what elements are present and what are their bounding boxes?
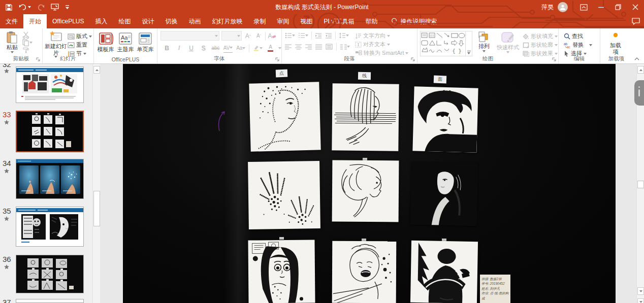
align-center-button[interactable] [295,44,302,50]
slideshow-icon[interactable] [51,4,59,11]
cut-icon[interactable] [22,31,33,39]
clipboard-dialog-launcher-icon[interactable] [36,57,41,62]
new-slide-button[interactable]: 新建幻灯片 [44,30,68,58]
decrease-indent-button[interactable] [315,32,322,39]
tab-record[interactable]: 录制 [248,14,271,28]
scroll-up-button[interactable] [93,66,100,74]
shape-fill-button[interactable]: 形状填充 [523,32,558,41]
user-name[interactable]: 萍昊 [541,3,554,12]
tab-transitions[interactable]: 切换 [159,14,183,28]
highlight-color-button[interactable] [253,43,263,53]
font-name-combobox[interactable] [160,31,219,41]
grow-font-button[interactable]: A^ [244,31,252,41]
addins-button[interactable]: 加载项 [600,30,631,55]
slide-thumbnail-34[interactable] [16,159,84,199]
tell-me-search[interactable]: 操作说明搜索 [391,14,437,28]
side-panel-handle[interactable] [634,80,644,106]
increase-indent-button[interactable] [325,32,332,39]
comment-icon[interactable] [632,18,640,25]
tab-animations[interactable]: 动画 [183,14,206,28]
italic-button[interactable]: I [175,43,183,53]
shapes-more-button[interactable] [465,31,472,56]
slide-thumbnail-36[interactable] [16,255,84,293]
tab-pdf-tools[interactable]: PDF工具箱 [318,14,360,28]
close-button[interactable] [627,0,644,14]
paragraph-dialog-launcher-icon[interactable] [411,57,415,62]
scrollbar-thumb[interactable] [637,181,644,188]
svg-text:}: } [458,48,462,54]
collapse-ribbon-icon[interactable] [633,55,641,61]
lightbulb-icon [391,18,397,25]
bullets-button[interactable] [285,32,295,39]
align-left-button[interactable] [285,44,292,50]
shape-outline-button[interactable]: 形状轮廓 [523,41,558,49]
undo-dropdown-icon[interactable] [28,6,31,8]
page-library-button[interactable]: 单页库 [137,31,154,53]
template-library-button[interactable]: 模板库 [98,31,114,53]
text-shadow-button[interactable]: S [199,43,208,53]
tab-file[interactable]: 文件 [0,14,23,28]
tab-insert[interactable]: 插入 [89,14,113,28]
arrange-button[interactable]: 排列 [475,30,493,58]
redo-icon[interactable] [37,4,45,11]
scroll-down-button[interactable] [637,287,644,295]
drawing-group-label: 绘图 [417,55,558,62]
distribute-button[interactable] [326,44,333,50]
tab-draw[interactable]: 绘图 [113,14,136,28]
scroll-up-button[interactable] [637,66,644,74]
align-right-button[interactable] [305,44,312,50]
tab-home[interactable]: 开始 [23,14,47,28]
tab-officeplus[interactable]: OfficePLUS [47,14,89,28]
undo-icon[interactable] [19,4,31,11]
tab-review[interactable]: 审阅 [271,14,295,28]
svg-text:{: { [452,48,456,54]
numbering-button[interactable] [298,32,308,39]
change-case-button[interactable]: Aa [236,43,245,53]
scrollbar-thumb[interactable] [93,191,100,226]
paste-button[interactable]: 粘贴 [2,30,22,53]
customize-qat-icon[interactable] [65,5,70,10]
shrink-font-button[interactable]: Aˇ [254,31,263,41]
slide-thumbnail-35[interactable] [16,207,84,247]
justify-button[interactable] [315,44,322,50]
ribbon-display-options-icon[interactable] [575,0,592,14]
strikethrough-button[interactable]: abc [211,43,220,53]
underline-button[interactable]: U [187,43,196,53]
restore-button[interactable] [609,0,627,14]
quick-styles-button[interactable]: 快速样式 [496,30,520,58]
slide-editing-canvas[interactable]: 点 线 面 [123,64,616,303]
tab-design[interactable]: 设计 [136,14,159,28]
copy-icon[interactable] [22,39,33,46]
shapes-gallery[interactable]: { } [420,31,472,56]
thumbnail-scrollbar[interactable] [92,64,100,303]
text-direction-button[interactable]: 文字方向 [355,31,408,40]
replace-button[interactable]: abac 替换 [564,41,600,49]
slide-thumbnail-32[interactable] [16,66,84,103]
save-icon[interactable] [5,4,13,11]
slide-thumbnail-37[interactable] [16,299,84,303]
columns-button[interactable] [340,44,350,50]
tab-help[interactable]: 帮助 [360,14,383,28]
font-dialog-launcher-icon[interactable] [275,57,280,62]
clear-formatting-button[interactable]: A [268,31,276,41]
character-spacing-button[interactable]: AV [223,43,233,53]
animation-star-icon [4,216,9,221]
drawing-dialog-launcher-icon[interactable] [552,57,557,62]
align-text-button[interactable]: 对齐文本 [355,40,408,49]
layout-button[interactable]: 版式 [68,32,92,41]
slide-thumbnail-33[interactable] [16,111,84,152]
minimize-button[interactable] [592,0,609,14]
bold-button[interactable]: B [163,43,171,53]
avatar[interactable] [558,2,568,12]
reset-button[interactable]: 重置 [68,41,92,49]
find-button[interactable]: 查找 [564,32,600,41]
animation-star-icon [4,120,9,125]
format-painter-icon[interactable] [22,47,33,53]
font-size-combobox[interactable] [221,31,242,41]
tab-view[interactable]: 视图 [295,14,318,28]
tab-slideshow[interactable]: 幻灯片放映 [206,14,248,28]
font-color-button[interactable]: A [266,43,275,53]
theme-library-button[interactable]: Aa 主题库 [117,31,134,53]
next-slide-button[interactable] [637,298,644,303]
line-spacing-button[interactable] [339,32,349,39]
